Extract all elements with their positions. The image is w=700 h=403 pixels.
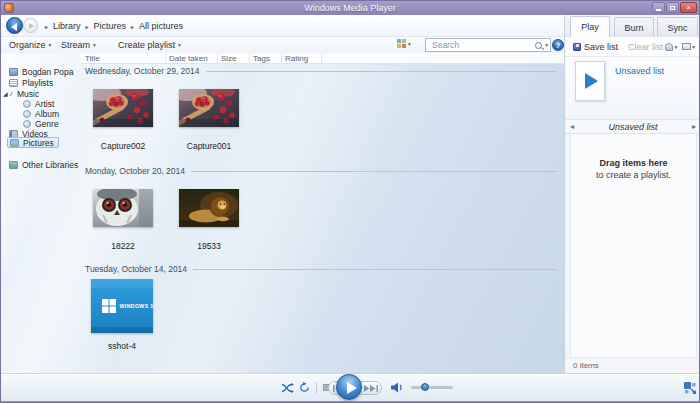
picture-name[interactable]: Capture001 xyxy=(179,141,239,151)
list-options-button[interactable]: ▾ xyxy=(665,43,677,51)
playlist-selector-label[interactable]: Unsaved list xyxy=(579,122,687,132)
unsaved-list-art xyxy=(575,61,605,101)
list-options-icon xyxy=(665,43,673,51)
column-rating[interactable]: Rating xyxy=(285,54,308,63)
picture-thumbnail-capture002[interactable] xyxy=(93,89,153,127)
tab-burn[interactable]: Burn xyxy=(614,17,654,37)
back-arrow-icon xyxy=(11,23,17,31)
list-actions-row: Save list Clear list ▾ ▾ xyxy=(565,37,700,57)
breadcrumb-all-pictures[interactable]: All pictures xyxy=(139,21,183,31)
playback-bar xyxy=(1,373,699,401)
shuffle-icon xyxy=(281,383,294,393)
breadcrumb-library[interactable]: Library xyxy=(53,21,81,31)
view-options-button[interactable]: ▾ xyxy=(397,39,411,48)
windows-10-label: WINDOWS 10 xyxy=(120,303,154,309)
next-list-icon[interactable]: ▸ xyxy=(687,122,700,131)
volume-handle[interactable] xyxy=(421,383,429,391)
breadcrumb-arrow-icon: ▸ xyxy=(45,23,48,30)
help-button[interactable]: ? xyxy=(552,39,564,51)
breadcrumb: ▸ Library ▸ Pictures ▸ All pictures xyxy=(45,15,183,37)
artist-icon xyxy=(23,100,31,108)
now-playing-icon xyxy=(684,382,696,394)
genre-icon xyxy=(23,120,31,128)
create-playlist-menu[interactable]: Create playlist ▾ xyxy=(118,37,181,53)
forward-button[interactable] xyxy=(23,18,38,33)
picture-name[interactable]: sshot-4 xyxy=(92,341,152,351)
switch-to-now-playing-button[interactable] xyxy=(684,382,696,396)
chevron-down-icon[interactable]: ▾ xyxy=(545,42,548,48)
pictures-icon xyxy=(10,139,19,147)
other-libraries-icon xyxy=(9,161,18,169)
play-glyph-icon xyxy=(585,73,598,89)
breadcrumb-arrow-icon: ▸ xyxy=(86,23,89,30)
sidebar-item-pictures[interactable]: Pictures xyxy=(7,137,59,148)
music-note-icon: ♪ xyxy=(9,90,13,98)
shuffle-button[interactable] xyxy=(281,383,294,395)
list-pane: Play Burn Sync Save list Clear list ▾ ▾ xyxy=(564,15,700,373)
next-icon xyxy=(364,385,379,392)
clear-list-button[interactable]: Clear list xyxy=(628,42,663,52)
play-icon xyxy=(347,382,357,394)
tree-expander-icon[interactable]: ◢ xyxy=(3,90,8,97)
chevron-down-icon: ▾ xyxy=(178,42,181,48)
tab-sync[interactable]: Sync xyxy=(657,17,698,37)
sidebar-item-user-library[interactable]: Bogdan Popa xyxy=(9,66,74,77)
picture-thumbnail-sshot-4[interactable]: WINDOWS 10 xyxy=(91,279,153,333)
group-rule xyxy=(193,269,557,270)
repeat-icon xyxy=(299,382,310,393)
picture-thumbnail-19533[interactable] xyxy=(179,189,239,227)
repeat-button[interactable] xyxy=(299,382,310,395)
column-header-row: Title Date taken Size Tags Rating xyxy=(81,53,564,64)
unsaved-list-title[interactable]: Unsaved list xyxy=(615,66,664,76)
breadcrumb-pictures[interactable]: Pictures xyxy=(94,21,127,31)
picture-name[interactable]: Capture002 xyxy=(93,141,153,151)
wmp-window: Windows Media Player × ▸ Library ▸ Pictu… xyxy=(0,0,700,403)
chevron-down-icon: ▾ xyxy=(49,42,52,48)
group-header: Tuesday, October 14, 2014 xyxy=(85,264,557,274)
search-icon[interactable] xyxy=(535,42,542,49)
column-tags[interactable]: Tags xyxy=(253,54,270,63)
column-title[interactable]: Title xyxy=(85,54,100,63)
group-header: Monday, October 20, 2014 xyxy=(85,166,557,176)
chevron-down-icon: ▾ xyxy=(674,44,677,50)
picture-name[interactable]: 19533 xyxy=(179,241,239,251)
column-date-taken[interactable]: Date taken xyxy=(169,54,208,63)
picture-thumbnail-18222[interactable] xyxy=(93,189,153,227)
save-icon xyxy=(573,43,581,51)
playlists-icon xyxy=(9,79,18,87)
minimize-button[interactable] xyxy=(652,2,665,13)
play-button[interactable] xyxy=(336,374,362,400)
playlist-drop-area[interactable]: Drag items here to create a playlist. xyxy=(570,134,697,357)
lion-image xyxy=(179,189,239,227)
mute-button[interactable] xyxy=(391,382,404,395)
search-box: ▾ xyxy=(425,38,551,52)
group-rule xyxy=(191,171,557,172)
view-mode-button[interactable]: ▾ xyxy=(682,43,695,50)
back-button[interactable] xyxy=(6,17,23,34)
items-count: 0 items xyxy=(573,361,599,370)
volume-slider[interactable] xyxy=(411,386,453,389)
breadcrumb-arrow-icon: ▸ xyxy=(131,23,134,30)
previous-list-icon[interactable]: ◂ xyxy=(565,122,579,131)
search-input[interactable] xyxy=(430,39,535,51)
chevron-down-icon: ▾ xyxy=(692,44,695,50)
playlist-selector: ◂ Unsaved list ▸ xyxy=(565,119,700,134)
stream-menu[interactable]: Stream ▾ xyxy=(61,37,96,53)
close-button[interactable]: × xyxy=(680,2,697,13)
tab-play[interactable]: Play xyxy=(570,16,610,37)
column-size[interactable]: Size xyxy=(221,54,237,63)
view-grid-icon xyxy=(397,39,406,48)
list-footer: 0 items xyxy=(565,357,700,373)
maximize-button[interactable] xyxy=(666,2,679,13)
window-title: Windows Media Player xyxy=(1,3,699,13)
picture-name[interactable]: 18222 xyxy=(93,241,153,251)
save-list-button[interactable]: Save list xyxy=(573,42,618,52)
speaker-icon xyxy=(391,382,404,393)
sidebar-item-other-libraries[interactable]: Other Libraries xyxy=(9,159,78,170)
organize-menu[interactable]: Organize ▾ xyxy=(9,37,51,53)
group-header: Wednesday, October 29, 2014 xyxy=(85,66,557,76)
forward-arrow-icon xyxy=(29,23,34,29)
picture-thumbnail-capture001[interactable] xyxy=(179,89,239,127)
raspberries-image xyxy=(179,89,239,127)
sidebar-item-playlists[interactable]: Playlists xyxy=(9,77,53,88)
